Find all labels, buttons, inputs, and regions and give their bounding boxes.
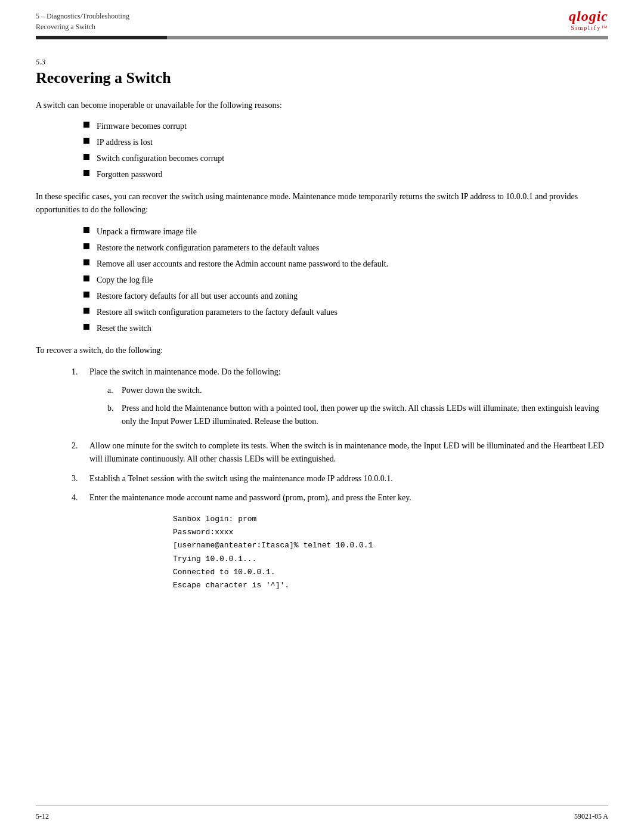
main-content: 5.3 Recovering a Switch A switch can bec… [0,39,644,646]
section-number: 5.3 [36,57,608,67]
list-item: Unpack a firmware image file [83,225,608,238]
header: 5 – Diagnostics/Troubleshooting Recoveri… [0,0,644,32]
bullet-icon [83,243,89,249]
step-text: Establish a Telnet session with the swit… [89,474,393,483]
bullet-icon [83,227,89,233]
step-content: Allow one minute for the switch to compl… [89,439,608,466]
substep-a: a. Power down the switch. [107,384,608,397]
list-item: Restore the network configuration parame… [83,241,608,254]
logo-text: qlogic [569,8,608,24]
header-text: 5 – Diagnostics/Troubleshooting Recoveri… [36,11,608,32]
logo: qlogic Simplify™ [569,8,608,31]
substep-b: b. Press and hold the Maintenance button… [107,402,608,429]
alpha-list: a. Power down the switch. b. Press and h… [107,384,608,429]
list-item: Forgotten password [83,168,608,181]
intro-paragraph: A switch can become inoperable or unavai… [36,99,608,112]
bullet-icon [83,308,89,314]
step-1: 1. Place the switch in maintenance mode.… [72,366,608,433]
bullet-text: Reset the switch [97,322,151,335]
step-text: Enter the maintenance mode account name … [89,493,411,502]
list-item: Reset the switch [83,322,608,335]
step-number: 4. [72,491,89,504]
substep-text: Press and hold the Maintenance button wi… [122,402,608,429]
alpha-label: a. [107,384,122,397]
recover-intro: To recover a switch, do the following: [36,344,608,357]
header-rule-dark [36,36,167,39]
step-text: Allow one minute for the switch to compl… [89,441,604,463]
bullet-icon [83,275,89,281]
list-item: Switch configuration becomes corrupt [83,152,608,165]
list-item: Restore all switch configuration paramet… [83,306,608,318]
step-content: Enter the maintenance mode account name … [89,491,608,600]
header-line1: 5 – Diagnostics/Troubleshooting [36,11,608,21]
bullet-icon [83,138,89,144]
header-rule [0,36,644,39]
step-text: Place the switch in maintenance mode. Do… [89,367,281,376]
alpha-label: b. [107,402,122,415]
bullet-text: Restore factory defaults for all but use… [97,290,298,302]
list-item: Restore factory defaults for all but use… [83,290,608,302]
bullet-list-1: Firmware becomes corrupt IP address is l… [83,120,608,181]
step-2: 2. Allow one minute for the switch to co… [72,439,608,466]
list-item: Copy the log file [83,274,608,286]
code-block: Sanbox login: prom Password:xxxx [userna… [173,513,608,592]
steps-list: 1. Place the switch in maintenance mode.… [72,366,608,600]
step-number: 2. [72,439,89,453]
footer-right: 59021-05 A [574,812,608,821]
step-content: Establish a Telnet session with the swit… [89,472,608,485]
bullet-text: IP address is lost [97,136,153,148]
bullet-icon [83,292,89,298]
bullet-text: Switch configuration becomes corrupt [97,152,224,165]
step-number: 1. [72,366,89,379]
bullet-icon [83,170,89,176]
footer-rule [36,806,608,806]
section-title: Recovering a Switch [36,69,608,87]
bullet-icon [83,122,89,128]
bullet-text: Copy the log file [97,274,153,286]
header-rule-light [167,36,608,39]
bullet-icon [83,324,89,330]
bullet-text: Forgotten password [97,168,163,181]
page: 5 – Diagnostics/Troubleshooting Recoveri… [0,0,644,833]
bullet-list-2: Unpack a firmware image file Restore the… [83,225,608,335]
bullet-text: Remove all user accounts and restore the… [97,258,388,270]
step-content: Place the switch in maintenance mode. Do… [89,366,608,433]
step-4: 4. Enter the maintenance mode account na… [72,491,608,600]
logo-tagline: Simplify™ [569,24,608,31]
bullet-icon [83,154,89,160]
step-number: 3. [72,472,89,485]
list-item: IP address is lost [83,136,608,148]
list-item: Firmware becomes corrupt [83,120,608,132]
substep-text: Power down the switch. [122,384,608,397]
bullet-icon [83,259,89,265]
footer-content: 5-12 59021-05 A [36,812,608,821]
footer: 5-12 59021-05 A [0,806,644,833]
step-3: 3. Establish a Telnet session with the s… [72,472,608,485]
bullet-text: Restore the network configuration parame… [97,241,319,254]
paragraph1: In these specific cases, you can recover… [36,190,608,217]
bullet-text: Firmware becomes corrupt [97,120,187,132]
bullet-text: Unpack a firmware image file [97,225,197,238]
bullet-text: Restore all switch configuration paramet… [97,306,338,318]
header-line2: Recovering a Switch [36,21,608,32]
footer-left: 5-12 [36,812,49,821]
list-item: Remove all user accounts and restore the… [83,258,608,270]
